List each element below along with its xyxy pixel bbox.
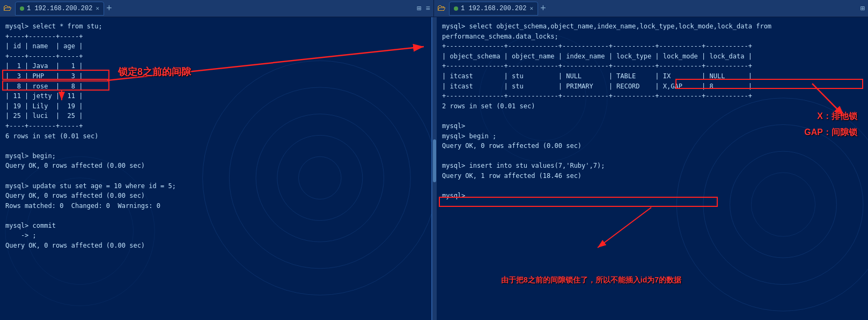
grid-icon-right[interactable]: ⊞ <box>860 4 865 13</box>
tab-bar-left: 🗁 1 192.168.200.202 ✕ + ⊞ ≡ <box>0 0 434 17</box>
folder-icon-right: 🗁 <box>437 3 446 13</box>
tab-bar: 🗁 1 192.168.200.202 ✕ + ⊞ ≡ 🗁 1 192.168.… <box>0 0 868 17</box>
svg-line-19 <box>598 207 651 248</box>
grid-icon-left[interactable]: ⊞ ≡ <box>417 4 430 13</box>
tab-add-right[interactable]: + <box>540 3 546 14</box>
tab-right[interactable]: 1 192.168.200.202 ✕ <box>449 2 538 16</box>
tab-label-right: 1 192.168.200.202 <box>461 5 526 12</box>
scrollbar-thumb <box>433 139 436 182</box>
folder-icon-left: 🗁 <box>3 3 12 13</box>
main-content: mysql> select * from stu; +----+-------+… <box>0 17 868 320</box>
tab-left[interactable]: 1 192.168.200.202 ✕ <box>15 2 104 16</box>
left-terminal-text: mysql> select * from stu; +----+-------+… <box>5 21 426 251</box>
tab-dot-right <box>454 6 458 11</box>
left-terminal[interactable]: mysql> select * from stu; +----+-------+… <box>0 17 432 320</box>
tab-close-right[interactable]: ✕ <box>529 5 533 12</box>
app-container: 🗁 1 192.168.200.202 ✕ + ⊞ ≡ 🗁 1 192.168.… <box>0 0 868 320</box>
tab-dot-left <box>20 6 24 11</box>
scrollbar-divider <box>432 17 437 320</box>
annotation-bottom-note: 由于把8之前的间隙锁住了，所以不能插入id为7的数据 <box>501 276 681 285</box>
tab-label-left: 1 192.168.200.202 <box>27 5 92 12</box>
tab-bar-right: 🗁 1 192.168.200.202 ✕ + ⊞ <box>434 0 868 17</box>
tab-add-left[interactable]: + <box>106 3 112 14</box>
right-terminal-text: mysql> select object_schema,object_name,… <box>442 21 863 201</box>
tab-close-left[interactable]: ✕ <box>95 5 99 12</box>
right-terminal[interactable]: mysql> select object_schema,object_name,… <box>437 17 868 320</box>
